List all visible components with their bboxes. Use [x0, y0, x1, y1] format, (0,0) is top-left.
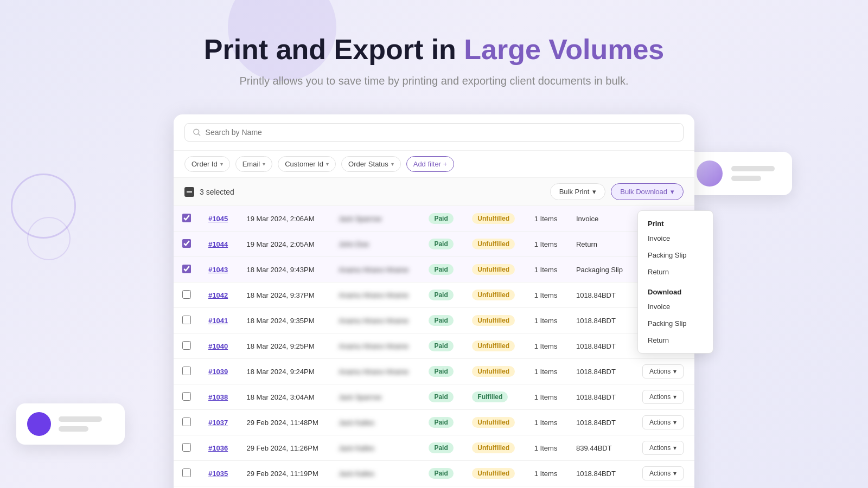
checkbox-cell — [174, 384, 200, 410]
selection-info: 3 selected — [184, 187, 234, 197]
items-cell: 1 Items — [526, 257, 567, 282]
payment-cell: Paid — [420, 410, 463, 435]
table-row: #1044 19 Mar 2024, 2:05AM John Doe Paid … — [174, 232, 694, 257]
bulk-download-invoice[interactable]: Invoice — [638, 298, 713, 315]
table-container: Order Id ▾ Email ▾ Customer Id ▾ Order S… — [174, 114, 694, 488]
payment-badge: Paid — [429, 468, 453, 479]
amount-cell: 1018.84BDT — [567, 384, 634, 410]
selection-bar: 3 selected Bulk Print ▾ Bulk Download ▾ — [174, 178, 694, 206]
items-cell: 1 Items — [526, 384, 567, 410]
chevron-down-icon: ▾ — [673, 419, 676, 426]
row-checkbox[interactable] — [182, 418, 191, 426]
order-id-link[interactable]: #1040 — [208, 342, 228, 350]
table-row: #1045 19 Mar 2024, 2:06AM Jack Sparrow P… — [174, 206, 694, 232]
row-checkbox[interactable] — [182, 341, 191, 350]
bulk-print-return[interactable]: Return — [638, 264, 713, 280]
customer-name: Jack Kalles — [339, 419, 374, 427]
fulfillment-cell: Unfulfilled — [463, 333, 525, 359]
row-checkbox[interactable] — [182, 367, 191, 375]
bg-blob-2 — [11, 174, 76, 239]
row-checkbox[interactable] — [182, 265, 191, 273]
amount-cell: 1018.84BDT — [567, 333, 634, 359]
table-row: #1043 18 Mar 2024, 9:43PM Anamu Hirano H… — [174, 257, 694, 282]
page-wrapper: Print and Export in Large Volumes Printl… — [0, 0, 868, 488]
customer-id-filter[interactable]: Customer Id ▾ — [278, 156, 336, 172]
email-filter[interactable]: Email ▾ — [235, 156, 273, 172]
fulfillment-badge: Unfulfilled — [472, 213, 515, 224]
actions-button[interactable]: Actions ▾ — [642, 415, 684, 429]
order-id-link[interactable]: #1036 — [208, 444, 228, 452]
row-checkbox[interactable] — [182, 468, 191, 477]
customer-cell: Anamu Hirano Hirame — [330, 257, 420, 282]
purple-circle-icon — [27, 412, 51, 436]
actions-button[interactable]: Actions ▾ — [642, 364, 684, 378]
fulfillment-cell: Unfulfilled — [463, 359, 525, 384]
customer-cell: Jack Kalles — [330, 461, 420, 486]
items-cell: 1 Items — [526, 359, 567, 384]
chevron-down-icon: ▾ — [592, 188, 596, 196]
table-row: #1042 18 Mar 2024, 9:37PM Anamu Hirano H… — [174, 282, 694, 308]
line-short — [731, 176, 761, 181]
customer-name: Anamu Hirano Hirame — [339, 368, 409, 376]
row-checkbox[interactable] — [182, 316, 191, 324]
bulk-print-button[interactable]: Bulk Print ▾ — [550, 183, 606, 200]
payment-cell: Paid — [420, 282, 463, 308]
order-id-link[interactable]: #1035 — [208, 470, 228, 478]
amount-cell: 1018.84BDT — [567, 461, 634, 486]
row-checkbox[interactable] — [182, 239, 191, 248]
search-input-wrapper — [184, 123, 684, 142]
bulk-download-packing-slip[interactable]: Packing Slip — [638, 315, 713, 332]
bulk-print-invoice[interactable]: Invoice — [638, 230, 713, 247]
date-cell: 29 Feb 2024, 11:26PM — [238, 435, 330, 461]
row-checkbox[interactable] — [182, 443, 191, 452]
add-filter-button[interactable]: Add filter + — [406, 156, 455, 172]
fulfillment-badge: Unfulfilled — [472, 417, 515, 428]
order-id-link[interactable]: #1038 — [208, 393, 228, 401]
order-id-filter[interactable]: Order Id ▾ — [184, 156, 230, 172]
date-cell: 18 Mar 2024, 9:25PM — [238, 333, 330, 359]
customer-cell: Anamu Hirano Hirame — [330, 282, 420, 308]
search-input[interactable] — [206, 128, 675, 137]
row-checkbox[interactable] — [182, 290, 191, 299]
order-id-link[interactable]: #1044 — [208, 240, 228, 248]
order-id-link[interactable]: #1039 — [208, 368, 228, 376]
date-cell: 18 Mar 2024, 9:43PM — [238, 257, 330, 282]
order-id-link[interactable]: #1037 — [208, 419, 228, 427]
row-checkbox[interactable] — [182, 214, 191, 222]
order-id-link[interactable]: #1043 — [208, 266, 228, 274]
deselect-all-checkbox[interactable] — [184, 187, 194, 197]
customer-cell: John Doe — [330, 232, 420, 257]
payment-cell: Paid — [420, 384, 463, 410]
actions-cell: Actions ▾ — [634, 384, 694, 410]
doc-type-cell: Invoice — [567, 206, 634, 232]
bulk-download-button[interactable]: Bulk Download ▾ — [611, 183, 684, 200]
payment-badge: Paid — [429, 290, 453, 300]
bottom-left-decorative-card — [16, 403, 125, 445]
order-id-cell: #1040 — [200, 333, 238, 359]
customer-name: Jack Sparrow — [339, 393, 381, 401]
table-row: #1040 18 Mar 2024, 9:25PM Anamu Hirano H… — [174, 333, 694, 359]
row-checkbox[interactable] — [182, 392, 191, 401]
fulfillment-cell: Unfulfilled — [463, 308, 525, 333]
items-cell: 1 Items — [526, 461, 567, 486]
date-cell: 29 Feb 2024, 11:48PM — [238, 410, 330, 435]
customer-cell: Anamu Hirano Hirame — [330, 333, 420, 359]
actions-button[interactable]: Actions ▾ — [642, 390, 684, 404]
order-status-filter[interactable]: Order Status ▾ — [341, 156, 401, 172]
payment-badge: Paid — [429, 315, 453, 326]
checkbox-cell — [174, 282, 200, 308]
order-id-link[interactable]: #1045 — [208, 215, 228, 223]
actions-cell: Actions ▾ — [634, 435, 694, 461]
fulfillment-badge: Unfulfilled — [472, 264, 515, 275]
order-id-cell: #1044 — [200, 232, 238, 257]
order-id-link[interactable]: #1041 — [208, 317, 228, 325]
fulfillment-badge: Unfulfilled — [472, 341, 515, 351]
order-id-cell: #1037 — [200, 410, 238, 435]
bulk-download-return[interactable]: Return — [638, 332, 713, 349]
order-id-cell: #1038 — [200, 384, 238, 410]
bulk-print-packing-slip[interactable]: Packing Slip — [638, 247, 713, 264]
actions-button[interactable]: Actions ▾ — [642, 466, 684, 480]
customer-name: Anamu Hirano Hirame — [339, 266, 409, 274]
order-id-link[interactable]: #1042 — [208, 291, 228, 299]
actions-button[interactable]: Actions ▾ — [642, 441, 684, 455]
